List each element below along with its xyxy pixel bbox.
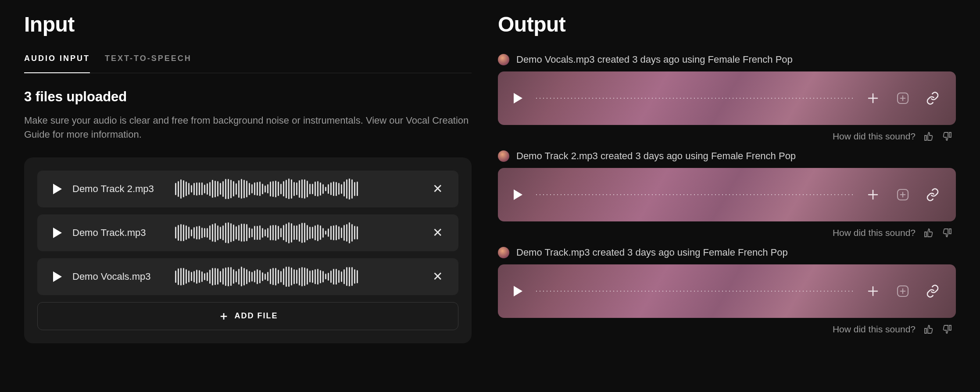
waveform[interactable]	[175, 178, 418, 200]
player-actions	[866, 91, 940, 106]
progress-track[interactable]	[535, 194, 853, 196]
play-icon[interactable]	[514, 286, 522, 296]
add-file-label: ADD FILE	[235, 311, 278, 321]
feedback-label: How did this sound?	[833, 324, 916, 335]
file-row: Demo Vocals.mp3 ✕	[37, 258, 458, 295]
thumbs-up-icon[interactable]	[923, 131, 934, 142]
output-meta-text: Demo Track.mp3 created 3 days ago using …	[516, 247, 788, 258]
play-icon[interactable]	[514, 189, 522, 200]
play-icon[interactable]	[53, 184, 62, 194]
feedback-row: How did this sound?	[498, 324, 956, 335]
progress-track[interactable]	[535, 290, 853, 292]
waveform[interactable]	[175, 222, 418, 244]
thumbs-up-icon[interactable]	[923, 324, 934, 335]
progress-track[interactable]	[535, 97, 853, 99]
output-meta-text: Demo Track 2.mp3 created 3 days ago usin…	[516, 150, 796, 162]
link-icon[interactable]	[925, 284, 940, 299]
output-panel: Output Demo Vocals.mp3 created 3 days ag…	[498, 9, 956, 392]
thumbs-down-icon[interactable]	[942, 228, 952, 238]
file-name: Demo Track.mp3	[72, 227, 165, 239]
enhance-icon[interactable]	[895, 91, 910, 106]
tab-text-to-speech[interactable]: TEXT-TO-SPEECH	[105, 54, 192, 73]
voice-avatar[interactable]	[498, 150, 509, 162]
upload-count-heading: 3 files uploaded	[24, 89, 472, 105]
output-meta-row: Demo Vocals.mp3 created 3 days ago using…	[498, 54, 956, 65]
input-panel: Input AUDIO INPUT TEXT-TO-SPEECH 3 files…	[24, 9, 472, 392]
output-title: Output	[498, 12, 956, 36]
thumbs-up-icon[interactable]	[923, 228, 934, 238]
add-icon[interactable]	[866, 187, 880, 202]
enhance-icon[interactable]	[895, 284, 910, 299]
file-row: Demo Track 2.mp3 ✕	[37, 171, 458, 207]
add-icon[interactable]	[866, 284, 880, 299]
file-name: Demo Track 2.mp3	[72, 183, 165, 195]
upload-description: Make sure your audio is clear and free f…	[24, 114, 472, 142]
input-title: Input	[24, 12, 472, 36]
waveform[interactable]	[175, 266, 418, 288]
upload-card: Demo Track 2.mp3 ✕ Demo Track.mp3 ✕ Demo…	[24, 157, 472, 343]
player-actions	[866, 284, 940, 299]
feedback-row: How did this sound?	[498, 131, 956, 142]
audio-player	[498, 264, 956, 318]
audio-player	[498, 71, 956, 125]
add-icon[interactable]	[866, 91, 880, 106]
remove-file-icon[interactable]: ✕	[429, 222, 446, 243]
file-row: Demo Track.mp3 ✕	[37, 214, 458, 251]
output-item: Demo Track.mp3 created 3 days ago using …	[498, 247, 956, 338]
voice-avatar[interactable]	[498, 54, 509, 65]
output-meta-row: Demo Track.mp3 created 3 days ago using …	[498, 247, 956, 258]
tab-audio-input[interactable]: AUDIO INPUT	[24, 54, 90, 73]
link-icon[interactable]	[925, 187, 940, 202]
remove-file-icon[interactable]: ✕	[429, 266, 446, 287]
play-icon[interactable]	[53, 271, 62, 282]
output-meta-row: Demo Track 2.mp3 created 3 days ago usin…	[498, 150, 956, 162]
output-list: Demo Vocals.mp3 created 3 days ago using…	[498, 54, 956, 338]
thumbs-down-icon[interactable]	[942, 131, 952, 142]
input-tabs: AUDIO INPUT TEXT-TO-SPEECH	[24, 54, 472, 73]
output-item: Demo Track 2.mp3 created 3 days ago usin…	[498, 150, 956, 242]
voice-avatar[interactable]	[498, 247, 509, 258]
feedback-label: How did this sound?	[833, 131, 916, 142]
feedback-label: How did this sound?	[833, 228, 916, 238]
plus-icon: ＋	[218, 310, 230, 321]
output-item: Demo Vocals.mp3 created 3 days ago using…	[498, 54, 956, 145]
player-actions	[866, 187, 940, 202]
link-icon[interactable]	[925, 91, 940, 106]
output-meta-text: Demo Vocals.mp3 created 3 days ago using…	[516, 54, 793, 65]
play-icon[interactable]	[53, 228, 62, 238]
enhance-icon[interactable]	[895, 187, 910, 202]
remove-file-icon[interactable]: ✕	[429, 178, 446, 200]
feedback-row: How did this sound?	[498, 228, 956, 238]
audio-player	[498, 168, 956, 221]
add-file-button[interactable]: ＋ ADD FILE	[37, 302, 458, 330]
play-icon[interactable]	[514, 93, 522, 103]
file-name: Demo Vocals.mp3	[72, 271, 165, 282]
thumbs-down-icon[interactable]	[942, 324, 952, 335]
